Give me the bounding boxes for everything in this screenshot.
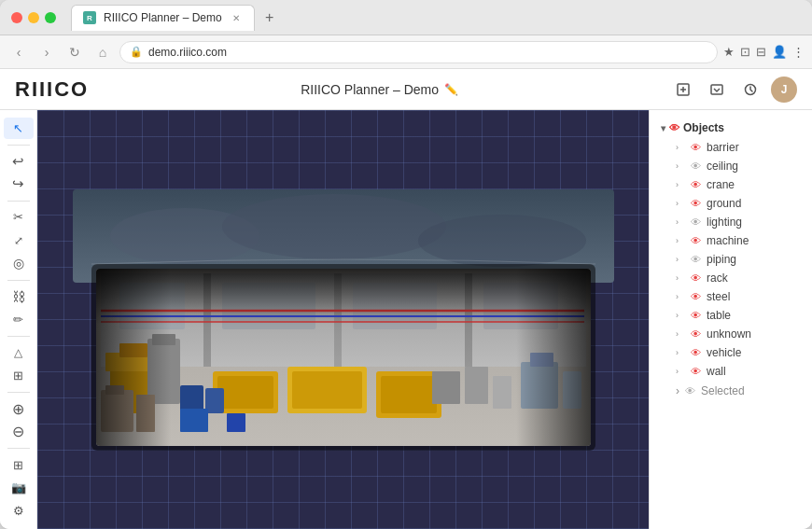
tab-manager-icon[interactable]: ⊟ <box>756 45 766 59</box>
layer-item-rack[interactable]: › 👁 rack <box>657 269 805 287</box>
eye-barrier: 👁 <box>691 142 701 153</box>
selected-chevron: › <box>676 384 679 397</box>
layer-item-crane[interactable]: › 👁 crane <box>657 175 805 194</box>
eye-rack: 👁 <box>691 272 701 284</box>
layer-item-piping[interactable]: › 👁 piping <box>657 250 805 269</box>
tool-cut[interactable]: ✂ <box>4 207 34 229</box>
lock-icon[interactable]: ★ <box>723 45 735 59</box>
layer-item-barrier[interactable]: › 👁 barrier <box>657 138 805 157</box>
profile-icon[interactable]: 👤 <box>772 45 787 59</box>
section-chevron-down: ▾ <box>661 123 665 133</box>
item-chevron-ground: › <box>676 199 685 208</box>
layer-item-steel[interactable]: › 👁 steel <box>657 287 805 306</box>
item-chevron-lighting: › <box>676 217 685 227</box>
layer-item-ground[interactable]: › 👁 ground <box>657 194 805 213</box>
item-chevron-crane: › <box>676 180 685 189</box>
eye-selected: 👁 <box>685 385 695 397</box>
layer-label-barrier: barrier <box>707 141 739 154</box>
tab-favicon: R <box>83 11 96 24</box>
item-chevron-wall: › <box>676 367 685 376</box>
layer-item-unknown[interactable]: › 👁 unknown <box>657 325 805 343</box>
tool-link[interactable]: ⛓ <box>4 285 34 307</box>
item-chevron-steel: › <box>676 292 685 301</box>
divider-4 <box>7 336 30 337</box>
tool-select[interactable]: ↖ <box>4 118 34 139</box>
objects-section-header[interactable]: ▾ 👁 Objects <box>657 118 805 138</box>
browser-window: R RIIICO Planner – Demo ✕ + ‹ › ↻ ⌂ 🔒 de… <box>0 0 812 529</box>
tool-zoom-out[interactable]: ⊖ <box>4 421 34 442</box>
tool-camera[interactable]: 📷 <box>4 478 34 499</box>
svg-rect-43 <box>227 413 245 432</box>
app-title-text: RIIICO Planner – Demo <box>301 82 439 97</box>
layer-item-lighting[interactable]: › 👁 lighting <box>657 213 805 231</box>
selected-section[interactable]: › 👁 Selected <box>657 381 805 401</box>
eye-steel: 👁 <box>691 291 701 302</box>
svg-rect-37 <box>465 367 488 404</box>
eye-table: 👁 <box>691 310 701 321</box>
svg-rect-26 <box>292 371 362 409</box>
maximize-button[interactable] <box>45 12 56 23</box>
back-button[interactable]: ‹ <box>7 41 30 63</box>
3d-viewport[interactable] <box>37 110 649 529</box>
layer-item-wall[interactable]: › 👁 wall <box>657 362 805 381</box>
eye-ceiling: 👁 <box>691 160 701 172</box>
edit-icon[interactable]: ✏️ <box>444 83 458 96</box>
tool-undo[interactable]: ↩ <box>4 150 34 172</box>
eye-unknown: 👁 <box>691 328 701 340</box>
minimize-button[interactable] <box>28 12 39 23</box>
item-chevron-rack: › <box>676 273 685 283</box>
layer-item-ceiling[interactable]: › 👁 ceiling <box>657 157 805 175</box>
close-button[interactable] <box>11 12 22 23</box>
tool-triangle[interactable]: △ <box>4 342 34 364</box>
home-button[interactable]: ⌂ <box>91 41 114 63</box>
divider-3 <box>7 280 30 281</box>
layer-item-vehicle[interactable]: › 👁 vehicle <box>657 343 805 362</box>
layer-label-piping: piping <box>707 253 736 266</box>
svg-rect-36 <box>432 371 460 404</box>
layer-item-machine[interactable]: › 👁 machine <box>657 231 805 250</box>
browser-tabs: R RIIICO Planner – Demo ✕ + <box>71 5 801 31</box>
browser-toolbar: ‹ › ↻ ⌂ 🔒 demo.riiico.com ★ ⊡ ⊟ 👤 ⋮ <box>0 35 812 69</box>
item-chevron-table: › <box>676 311 685 320</box>
bookmark-icon[interactable]: ⊡ <box>740 45 750 59</box>
header-actions: J <box>670 77 797 103</box>
history-icon[interactable] <box>737 77 763 103</box>
tool-lasso[interactable]: ◎ <box>4 253 34 274</box>
layers-section: ▾ 👁 Objects › 👁 barrier › 👁 ceiling <box>650 118 812 401</box>
divider-2 <box>7 201 30 202</box>
forward-button[interactable]: › <box>35 41 58 63</box>
layer-item-table[interactable]: › 👁 table <box>657 306 805 325</box>
layer-label-wall: wall <box>707 365 726 378</box>
section-label: Objects <box>683 121 724 134</box>
tool-pencil[interactable]: ✏ <box>4 309 34 330</box>
import-icon[interactable] <box>704 77 730 103</box>
svg-rect-42 <box>180 409 208 432</box>
layer-label-vehicle: vehicle <box>707 346 741 359</box>
eye-ground: 👁 <box>691 198 701 209</box>
app-header: RIIICO RIIICO Planner – Demo ✏️ <box>0 69 812 110</box>
address-bar[interactable]: 🔒 demo.riiico.com <box>119 41 718 63</box>
app-title: RIIICO Planner – Demo ✏️ <box>301 82 458 97</box>
svg-rect-38 <box>493 376 511 409</box>
user-avatar[interactable]: J <box>771 77 797 103</box>
tool-redo[interactable]: ↪ <box>4 174 34 195</box>
tab-title: RIIICO Planner – Demo <box>104 11 222 24</box>
tool-layers[interactable]: ⊞ <box>4 365 34 386</box>
menu-icon[interactable]: ⋮ <box>792 45 805 59</box>
tool-grid[interactable]: ⊞ <box>4 454 34 476</box>
layer-label-crane: crane <box>707 178 735 191</box>
url-text: demo.riiico.com <box>148 46 227 59</box>
layer-label-ceiling: ceiling <box>707 160 738 173</box>
tool-settings[interactable]: ⚙ <box>4 500 34 522</box>
svg-rect-1 <box>711 85 722 94</box>
tool-expand[interactable]: ⤢ <box>4 230 34 251</box>
tool-zoom-in[interactable]: ⊕ <box>4 398 34 420</box>
active-tab[interactable]: R RIIICO Planner – Demo ✕ <box>71 5 255 31</box>
tab-close-button[interactable]: ✕ <box>230 11 243 24</box>
browser-toolbar-icons: ★ ⊡ ⊟ 👤 ⋮ <box>723 45 805 59</box>
export-icon[interactable] <box>670 77 696 103</box>
factory-scene-svg <box>73 189 614 451</box>
new-tab-button[interactable]: + <box>259 7 281 29</box>
reload-button[interactable]: ↻ <box>63 41 86 63</box>
item-chevron-barrier: › <box>676 143 685 152</box>
